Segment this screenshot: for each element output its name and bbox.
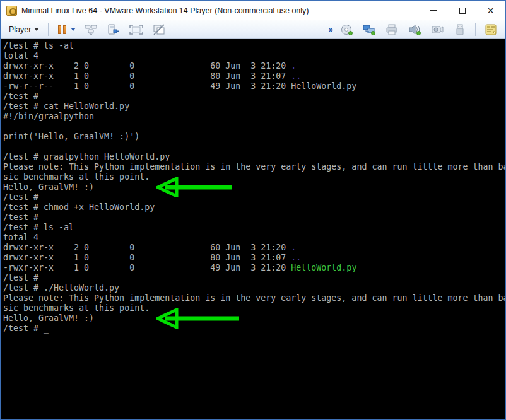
library-panel-button[interactable]	[483, 22, 499, 37]
send-ctrl-alt-del-icon	[85, 24, 97, 35]
printer-icon	[385, 24, 398, 35]
unity-mode-button[interactable]	[151, 22, 167, 37]
sound-button[interactable]	[406, 22, 423, 37]
toolbar-separator	[48, 23, 49, 36]
usb-device-button[interactable]	[452, 22, 468, 37]
connected-status-dot	[348, 31, 353, 35]
webcam-icon	[431, 24, 444, 35]
connect-device-icon	[107, 24, 120, 35]
toolbar: Player	[1, 20, 505, 39]
connect-device-button[interactable]	[105, 22, 122, 37]
library-panel-icon	[485, 24, 497, 35]
send-ctrl-alt-del-button[interactable]	[83, 22, 99, 37]
vmware-app-icon	[6, 6, 17, 16]
terminal-text: /test # ls -altotal 4drwxr-xr-x 2 0 0 60…	[1, 39, 505, 334]
titlebar: Minimal Linux Live 64 - VMware Workstati…	[1, 1, 505, 20]
minimize-button[interactable]	[420, 1, 448, 20]
pause-icon	[58, 25, 61, 34]
cd-dvd-button[interactable]	[338, 22, 355, 37]
connected-status-dot	[371, 31, 375, 35]
network-adapter-button[interactable]	[361, 22, 377, 37]
maximize-icon	[459, 8, 466, 14]
player-menu-button[interactable]: Player	[4, 22, 44, 37]
connected-status-dot	[416, 31, 421, 35]
window-title: Minimal Linux Live 64 - VMware Workstati…	[21, 6, 420, 15]
minimize-icon	[430, 10, 437, 11]
expand-toolbar-icon[interactable]: »	[329, 25, 332, 34]
vm-console-screen[interactable]: /test # ls -altotal 4drwxr-xr-x 2 0 0 60…	[1, 39, 505, 419]
close-icon: ✕	[487, 6, 495, 15]
toolbar-separator	[475, 23, 476, 36]
usb-device-icon	[456, 24, 464, 35]
full-screen-button[interactable]	[128, 22, 144, 37]
unity-mode-icon	[153, 24, 165, 35]
suspend-dropdown-icon[interactable]	[71, 28, 76, 31]
chevron-down-icon	[34, 28, 39, 31]
close-button[interactable]: ✕	[476, 1, 505, 20]
printer-button[interactable]	[384, 22, 400, 37]
full-screen-icon	[129, 25, 143, 35]
player-menu-label: Player	[9, 25, 31, 34]
webcam-button[interactable]	[429, 22, 445, 37]
vmware-player-window: Minimal Linux Live 64 - VMware Workstati…	[0, 0, 506, 420]
maximize-button[interactable]	[448, 1, 476, 20]
suspend-button[interactable]	[56, 23, 68, 36]
